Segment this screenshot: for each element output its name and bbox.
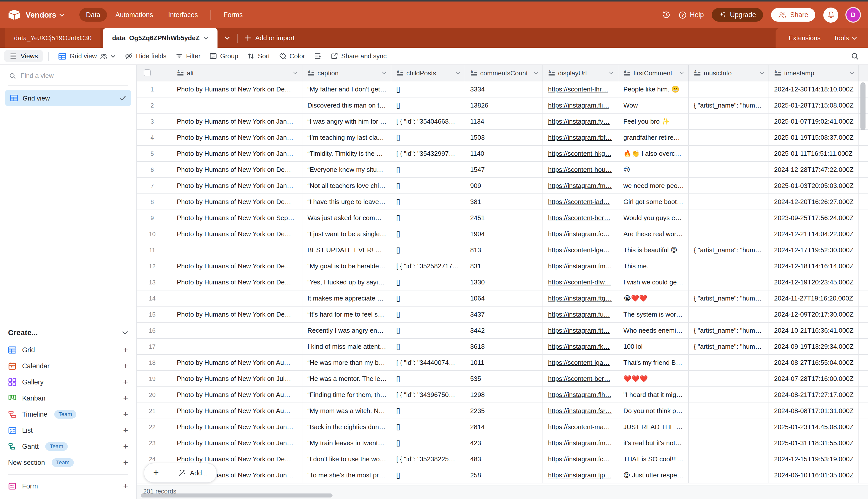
cell-commentsCount[interactable]: 1503 (465, 130, 543, 145)
cell-childPosts[interactable]: [] (391, 226, 465, 242)
cell-childPosts[interactable]: [] (391, 291, 465, 306)
cell-childPosts[interactable]: [] (391, 435, 465, 451)
sidebar-view-grid-view[interactable]: Grid view (5, 90, 131, 106)
cell-childPosts[interactable]: [] (391, 403, 465, 418)
cell-commentsCount[interactable]: 2451 (465, 210, 543, 226)
cell-displayUrl[interactable]: https://instagram.fjp… (543, 467, 618, 483)
cell-displayUrl[interactable]: https://instagram.fm… (543, 178, 618, 194)
cell-alt[interactable]: Photo by Humans of New York on Jul… (172, 371, 302, 387)
cell-displayUrl[interactable]: https://scontent-ber… (543, 210, 618, 226)
cell-timestamp[interactable]: 2024-12-15T19:53:19.000Z (769, 451, 859, 467)
cell-displayUrl[interactable]: https://scontent-iad… (543, 194, 618, 209)
create-item-form[interactable]: Form + (0, 478, 136, 494)
workspace-switcher[interactable]: Vendors (26, 10, 64, 19)
cell-childPosts[interactable]: [] (391, 467, 465, 483)
cell-commentsCount[interactable]: 483 (465, 451, 543, 467)
cell-childPosts[interactable]: [] (391, 194, 465, 209)
horizontal-scrollbar[interactable] (141, 494, 333, 498)
cell-caption[interactable]: “I don’t like to use the wo… (302, 451, 391, 467)
cell-commentsCount[interactable]: 1330 (465, 275, 543, 290)
sort-button[interactable]: Sort (243, 50, 274, 62)
views-button[interactable]: Views (4, 50, 44, 62)
group-button[interactable]: Group (205, 50, 243, 62)
cell-childPosts[interactable]: [ { "id": "34396750… (391, 387, 465, 402)
cell-commentsCount[interactable]: 831 (465, 258, 543, 274)
cell-displayUrl[interactable]: https://scontent-hkg… (543, 146, 618, 161)
cell-musicInfo[interactable] (689, 194, 769, 209)
cell-firstComment[interactable]: This me. (618, 258, 689, 274)
cell-timestamp[interactable]: 2024-08-08T17:01:31.000Z (769, 403, 859, 418)
cell-timestamp[interactable]: 2025-01-28T17:15:08.000Z (769, 97, 859, 113)
cell-musicInfo[interactable] (689, 306, 769, 322)
plus-icon[interactable]: + (123, 442, 128, 451)
cell-caption[interactable]: “My father and I don’t get… (302, 82, 391, 97)
cell-childPosts[interactable]: [] (391, 371, 465, 387)
add-row-button[interactable]: + (144, 463, 168, 483)
share-and-sync-button[interactable]: Share and sync (326, 50, 391, 62)
cell-alt[interactable] (172, 97, 302, 113)
current-view-button[interactable]: Grid view (54, 49, 120, 63)
cell-commentsCount[interactable]: 909 (465, 178, 543, 194)
cell-musicInfo[interactable] (689, 258, 769, 274)
cell-caption[interactable]: “To me she’s the most pr… (302, 467, 391, 483)
cell-musicInfo[interactable]: { "artist_name": "huma… (689, 322, 769, 338)
cell-alt[interactable]: Photo by Humans of New York on Jan… (172, 419, 302, 435)
cell-musicInfo[interactable] (689, 419, 769, 435)
cell-firstComment[interactable]: JUST READ THE B… (618, 419, 689, 435)
notifications-button[interactable] (823, 7, 838, 22)
find-view-search[interactable] (9, 72, 127, 80)
cell-firstComment[interactable]: The system is wor… (618, 306, 689, 322)
cell-firstComment[interactable]: 🔥👏 I also overca… (618, 146, 689, 161)
row-height-button[interactable] (310, 50, 326, 62)
plus-icon[interactable]: + (123, 426, 128, 435)
cell-musicInfo[interactable] (689, 275, 769, 290)
cell-timestamp[interactable]: 2024-12-09T20:17:30.000Z (769, 306, 859, 322)
table-tab-1[interactable]: data_YeJXCj519OJntxC30 (5, 28, 100, 48)
cell-commentsCount[interactable]: 3334 (465, 82, 543, 97)
cell-caption[interactable]: BEST UPDATE EVER! Mos… (302, 242, 391, 258)
find-view-input[interactable] (21, 72, 127, 80)
column-header-musicInfo[interactable]: AmusicInfo (689, 65, 769, 81)
cell-caption[interactable]: “Timidity. Timidity is the … (302, 146, 391, 161)
cell-commentsCount[interactable]: 1547 (465, 162, 543, 178)
create-item-new-section[interactable]: New sectionTeam+ (0, 454, 136, 470)
cell-displayUrl[interactable]: https://scontent-lga… (543, 355, 618, 370)
cell-displayUrl[interactable]: https://instagram.fc… (543, 226, 618, 242)
cell-caption[interactable]: It makes me appreciate h… (302, 291, 391, 306)
create-item-timeline[interactable]: TimelineTeam+ (0, 406, 136, 422)
cell-alt[interactable]: Photo by Humans of New York on De… (172, 258, 302, 274)
cell-timestamp[interactable]: 2024-06-10T16:01:35.000Z (769, 467, 859, 483)
cell-childPosts[interactable]: [ { "id": "35238225… (391, 451, 465, 467)
cell-commentsCount[interactable]: 3442 (465, 322, 543, 338)
cell-musicInfo[interactable] (689, 210, 769, 226)
cell-firstComment[interactable]: People like him. 😬 (618, 82, 689, 97)
add-with-ai-button[interactable]: Add... (168, 463, 217, 483)
cell-caption[interactable]: “I’m teaching my last clas… (302, 130, 391, 145)
cell-musicInfo[interactable] (689, 451, 769, 467)
cell-displayUrl[interactable]: https://scontent-hou… (543, 162, 618, 178)
cell-displayUrl[interactable]: https://instagram.fit… (543, 322, 618, 338)
create-item-kanban[interactable]: Kanban+ (0, 390, 136, 406)
cell-alt[interactable] (172, 322, 302, 338)
create-item-list[interactable]: List+ (0, 422, 136, 438)
cell-alt[interactable]: Photo by Humans of New York on Jan… (172, 435, 302, 451)
cell-timestamp[interactable]: 2024-08-21T17:27:17.000Z (769, 387, 859, 402)
table-tab-2[interactable]: data_Og5Zq6ZPNhWb5ydeZ (103, 28, 218, 48)
cell-displayUrl[interactable]: https://instagram.fm… (543, 435, 618, 451)
cell-timestamp[interactable]: 2024-12-17T19:52:30.000Z (769, 242, 859, 258)
cell-timestamp[interactable]: 2023-09-25T17:56:24.000Z (769, 210, 859, 226)
cell-childPosts[interactable]: [ { "id": "35432997… (391, 146, 465, 161)
cell-musicInfo[interactable] (689, 130, 769, 145)
cell-musicInfo[interactable] (689, 226, 769, 242)
plus-icon[interactable]: + (123, 482, 128, 490)
cell-firstComment[interactable]: Would you guys e… (618, 210, 689, 226)
cell-alt[interactable] (172, 339, 302, 354)
cell-commentsCount[interactable]: 3437 (465, 306, 543, 322)
cell-commentsCount[interactable]: 1140 (465, 146, 543, 161)
column-header-timestamp[interactable]: Atimestamp (769, 65, 859, 81)
cell-musicInfo[interactable] (689, 467, 769, 483)
plus-icon[interactable]: + (123, 378, 128, 386)
cell-firstComment[interactable]: Wow (618, 97, 689, 113)
cell-firstComment[interactable]: ❤️❤️❤️ (618, 371, 689, 387)
cell-caption[interactable]: Discovered this man on t… (302, 97, 391, 113)
